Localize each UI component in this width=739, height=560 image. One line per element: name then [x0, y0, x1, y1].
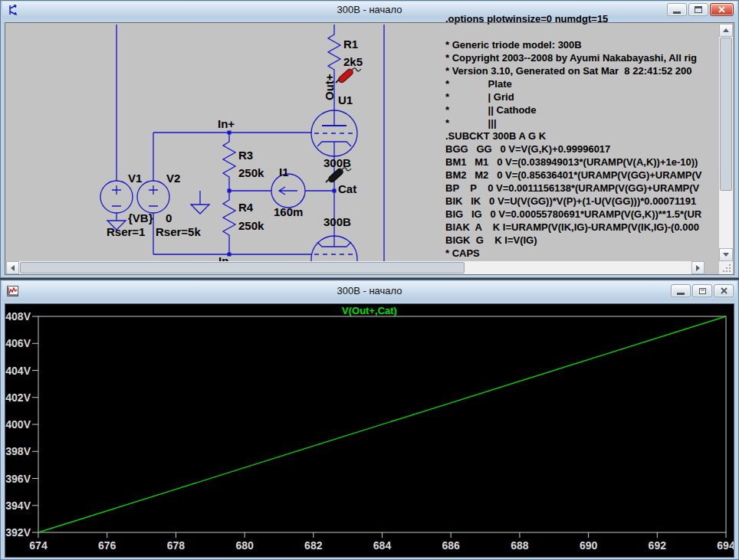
net-label-cat[interactable]: Cat: [338, 183, 356, 195]
voltage-probe-black-icon: [326, 168, 351, 184]
label-u1-model[interactable]: 300B: [324, 157, 351, 169]
label-v1-name[interactable]: V1: [128, 172, 142, 184]
arrow-left-icon: [11, 265, 15, 271]
y-tick-label: 392V: [5, 526, 31, 539]
x-tick-label: 676: [98, 539, 117, 552]
x-tick-label: 690: [580, 539, 598, 552]
x-tick-label: 674: [29, 539, 48, 552]
scroll-down-button[interactable]: [719, 248, 733, 261]
label-r3-value[interactable]: 250k: [238, 167, 264, 178]
resistor-r3[interactable]: [223, 133, 235, 191]
arrow-down-icon: [723, 253, 729, 257]
grip-dots-icon: [722, 264, 731, 273]
schematic-window: 300B - начало: [0, 0, 739, 278]
resize-grip[interactable]: [719, 261, 733, 274]
y-tick-label: 402V: [5, 391, 31, 404]
trace-v-out-cat-[interactable]: [38, 316, 726, 532]
label-i1-value[interactable]: 160m: [274, 206, 303, 218]
arrow-right-icon: [696, 265, 700, 271]
x-tick-label: 684: [373, 539, 392, 552]
label-v2-rser[interactable]: Rser=5k: [156, 226, 201, 237]
waveform-pane[interactable]: V(Out+,Cat) 408V406V404V402V400V398V396V…: [5, 303, 734, 558]
scroll-right-button[interactable]: [691, 261, 705, 274]
label-i1-name[interactable]: I1: [279, 166, 289, 178]
net-label-out-plus[interactable]: Out+: [324, 74, 335, 100]
restore-icon: [699, 288, 706, 294]
label-u1-name[interactable]: U1: [338, 94, 353, 106]
scroll-up-button[interactable]: [719, 24, 733, 37]
y-tick-label: 398V: [5, 445, 31, 457]
x-tick-label: 686: [442, 539, 461, 552]
arrow-up-icon: [723, 28, 729, 32]
waveform-window: 300B - начало V(Out+,Cat) 408V406V404V40…: [0, 280, 739, 560]
waveform-icon[interactable]: [6, 285, 19, 297]
x-tick-label: 694: [717, 539, 734, 552]
label-v1-value[interactable]: {VB}: [128, 212, 153, 224]
label-v2-value[interactable]: 0: [166, 212, 172, 224]
label-r4-value[interactable]: 250k: [238, 220, 264, 231]
label-r1-value[interactable]: 2k5: [343, 56, 363, 67]
close-icon: [720, 287, 728, 294]
y-tick-label: 404V: [5, 365, 31, 377]
netlist-vertical-scrollbar[interactable]: [719, 24, 733, 261]
waveform-window-title: 300B - начало: [2, 281, 737, 301]
y-tick-label: 400V: [5, 418, 31, 431]
voltage-source-v2[interactable]: [137, 181, 169, 213]
voltage-probe-red-icon: [336, 68, 361, 84]
label-v2-name[interactable]: V2: [166, 172, 180, 184]
net-label-in-plus[interactable]: In+: [218, 118, 235, 129]
resistor-r4[interactable]: [223, 191, 235, 254]
schematic-icon[interactable]: [6, 4, 19, 16]
restore-button[interactable]: [692, 284, 712, 297]
horizontal-scroll-thumb[interactable]: [20, 262, 465, 273]
waveform-plot: 408V406V404V402V400V398V396V394V392V6746…: [5, 304, 734, 557]
label-r4-name[interactable]: R4: [238, 201, 253, 213]
y-tick-label: 394V: [5, 499, 31, 512]
x-tick-label: 678: [167, 539, 186, 552]
netlist-text[interactable]: .options plotwinsize=0 numdgt=15 * Gener…: [445, 12, 718, 260]
label-u2-model[interactable]: 300B: [324, 216, 351, 228]
vertical-scroll-thumb[interactable]: [720, 38, 732, 191]
x-tick-label: 688: [511, 539, 529, 552]
label-r3-name[interactable]: R3: [238, 149, 253, 161]
y-tick-label: 396V: [5, 473, 31, 485]
y-tick-label: 406V: [5, 337, 31, 349]
minimize-button[interactable]: [671, 284, 691, 297]
x-tick-label: 680: [235, 539, 254, 552]
scroll-left-button[interactable]: [6, 261, 19, 274]
close-button[interactable]: [714, 284, 734, 297]
label-r1-name[interactable]: R1: [343, 38, 358, 50]
client-border-line: [5, 22, 734, 23]
x-tick-label: 692: [649, 539, 667, 552]
label-v1-rser[interactable]: Rser=1: [107, 226, 145, 237]
ground-symbol[interactable]: [191, 191, 209, 214]
waveform-titlebar[interactable]: 300B - начало: [2, 281, 737, 301]
trace-legend[interactable]: V(Out+,Cat): [5, 305, 734, 316]
x-tick-label: 682: [304, 539, 323, 552]
minimize-icon: [677, 293, 685, 295]
current-source-i1[interactable]: [271, 174, 305, 208]
schematic-horizontal-scrollbar[interactable]: [6, 261, 705, 274]
close-icon: [718, 6, 726, 13]
